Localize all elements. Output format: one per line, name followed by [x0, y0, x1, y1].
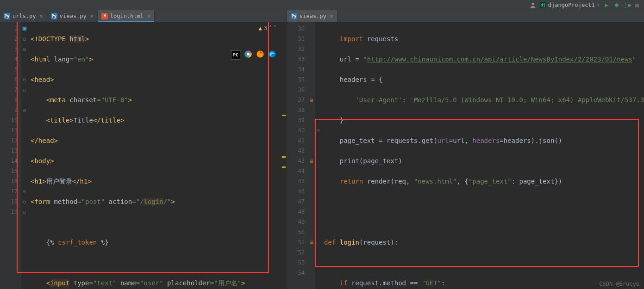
inspection-hint[interactable]: ▲3˄˅: [259, 25, 276, 31]
right-tab-bar: Pyviews.py×: [287, 10, 644, 22]
left-code[interactable]: <!DOCTYPE html> <html lang="en"> <head> …: [28, 22, 287, 289]
more-run-icon[interactable]: ⋮▶: [624, 2, 630, 8]
python-icon: Py: [4, 13, 10, 19]
project-name: djangoProject1: [548, 2, 595, 8]
title-bar: dj djangoProject1 ▾ ▶ ⋮▶ ■: [0, 0, 644, 10]
svg-text:P: P: [24, 27, 25, 31]
user-icon[interactable]: [530, 2, 536, 8]
lock-icon: [308, 95, 315, 105]
close-icon[interactable]: ×: [330, 13, 333, 19]
edge-icon[interactable]: [268, 50, 276, 60]
python-icon: Py: [51, 13, 57, 19]
left-gutter: 12345678910111213141516171819: [0, 22, 21, 289]
right-editor[interactable]: 3031323334353637383940414243444546474849…: [287, 22, 644, 289]
chrome-icon[interactable]: [244, 50, 252, 60]
tab-login-html[interactable]: Hlogin.html×: [98, 10, 155, 22]
close-icon[interactable]: ×: [90, 13, 94, 19]
svg-rect-10: [310, 242, 313, 244]
left-editor[interactable]: 12345678910111213141516171819 P ⊟⊟⊟⊟⊟⊟⊟⊟…: [0, 22, 287, 289]
left-editor-pane: Pyurls.py× Pyviews.py× Hlogin.html× 1234…: [0, 10, 287, 289]
svg-rect-8: [310, 99, 313, 102]
file-type-icon: P: [21, 24, 28, 34]
watermark: CSDN @Brucye: [599, 281, 639, 287]
firefox-icon[interactable]: [256, 50, 264, 60]
lock-icon: [308, 156, 315, 166]
tab-views-py[interactable]: Pyviews.py×: [47, 10, 98, 22]
html-icon: H: [101, 13, 108, 19]
warning-icon: ▲: [259, 25, 262, 31]
close-icon[interactable]: ×: [40, 13, 43, 19]
django-icon: dj: [540, 2, 546, 8]
left-tab-bar: Pyurls.py× Pyviews.py× Hlogin.html×: [0, 10, 287, 22]
svg-rect-9: [310, 160, 313, 163]
browser-icons: PC: [231, 50, 276, 60]
tab-urls-py[interactable]: Pyurls.py×: [0, 10, 47, 22]
debug-icon[interactable]: [613, 2, 620, 8]
lock-icon: [308, 237, 315, 247]
marker: [282, 166, 286, 168]
right-gutter: 3031323334353637383940414243444546474849…: [287, 22, 308, 289]
run-icon[interactable]: ▶: [603, 2, 610, 8]
project-selector[interactable]: dj djangoProject1 ▾: [540, 2, 600, 8]
svg-point-5: [247, 53, 250, 55]
python-icon: Py: [291, 13, 297, 19]
svg-point-0: [531, 2, 534, 5]
fold-column: ⊟: [315, 22, 321, 289]
stop-icon[interactable]: ■: [634, 2, 640, 8]
svg-point-1: [615, 3, 619, 6]
marker: [282, 115, 286, 116]
marker: [282, 156, 286, 158]
tab-views-py-right[interactable]: Pyviews.py×: [287, 10, 338, 22]
right-editor-pane: Pyviews.py× 3031323334353637383940414243…: [287, 10, 644, 289]
pycharm-icon[interactable]: PC: [231, 50, 240, 60]
dropdown-icon: ▾: [597, 2, 600, 7]
chevron-up-icon[interactable]: ˄: [269, 25, 272, 31]
chevron-down-icon[interactable]: ˅: [274, 25, 276, 31]
right-code[interactable]: import requests url = "http://www.chinau…: [321, 22, 644, 289]
fold-column: P ⊟⊟⊟⊟⊟⊟⊟⊟: [21, 22, 28, 289]
close-icon[interactable]: ×: [147, 13, 150, 19]
lock-column: [308, 22, 315, 289]
